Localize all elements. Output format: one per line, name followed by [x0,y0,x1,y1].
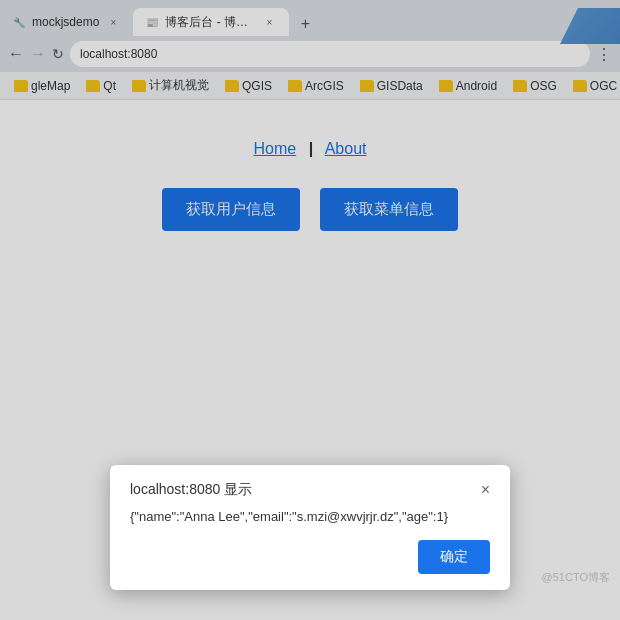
dialog-header: localhost:8080 显示 × [130,481,490,499]
dialog-body: {"name":"Anna Lee","email":"s.mzi@xwvjrj… [130,509,490,524]
dialog-footer: 确定 [130,540,490,574]
dialog-overlay: localhost:8080 显示 × {"name":"Anna Lee","… [0,0,620,620]
watermark: @51CTO博客 [542,570,610,585]
alert-dialog: localhost:8080 显示 × {"name":"Anna Lee","… [110,465,510,590]
dialog-ok-button[interactable]: 确定 [418,540,490,574]
dialog-title: localhost:8080 显示 [130,481,252,499]
dialog-close-button[interactable]: × [481,482,490,498]
